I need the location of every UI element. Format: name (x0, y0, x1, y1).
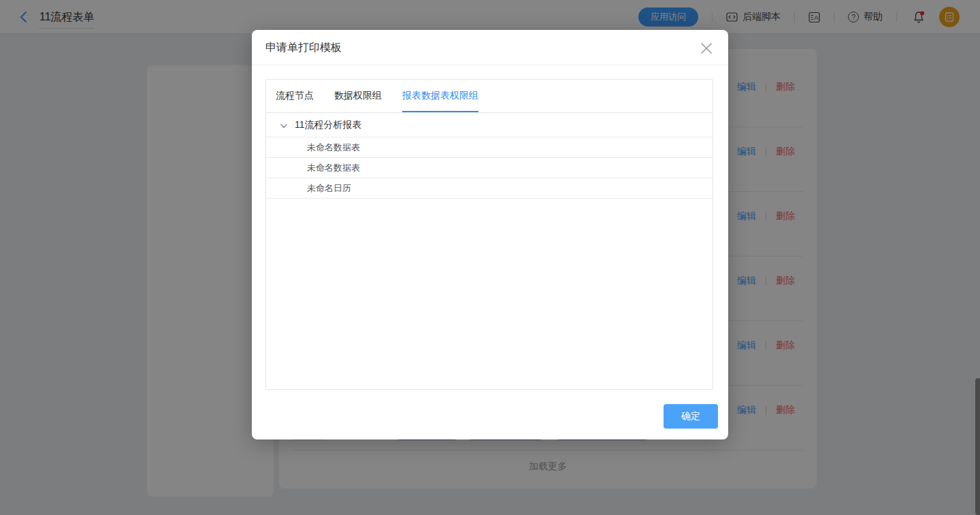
confirm-button[interactable]: 确定 (664, 404, 718, 429)
tab-data-permission-group[interactable]: 数据权限组 (334, 80, 382, 112)
chevron-down-icon[interactable] (280, 121, 288, 129)
tree-leaf-label: 未命名数据表 (307, 162, 360, 174)
tabs-bar: 流程节点 数据权限组 报表数据表权限组 (266, 80, 713, 113)
tab-process-nodes[interactable]: 流程节点 (276, 80, 314, 112)
tab-report-table-permission-group[interactable]: 报表数据表权限组 (402, 80, 478, 112)
dialog-header: 申请单打印模板 (252, 30, 728, 65)
close-icon[interactable] (700, 41, 713, 55)
tree-leaf-calendar[interactable]: 未命名日历 (266, 178, 713, 199)
app-window: 11流程表单 应用访问 后端脚本 A ? 帮助 (0, 0, 980, 515)
tree-leaf-datasheet-1[interactable]: 未命名数据表 (266, 137, 713, 158)
tree-leaf-datasheet-2[interactable]: 未命名数据表 (266, 158, 713, 178)
tree-node-report-root[interactable]: 11流程分析报表 (266, 113, 713, 137)
tree-node-label: 11流程分析报表 (295, 119, 362, 131)
permissions-panel: 流程节点 数据权限组 报表数据表权限组 11流程分析报表 未命名数据表 未命名数… (265, 79, 713, 390)
print-template-dialog: 申请单打印模板 流程节点 数据权限组 报表数据表权限组 11流程分析报表 未命名… (252, 30, 728, 439)
tree-leaf-label: 未命名数据表 (307, 142, 360, 154)
tree-leaf-label: 未命名日历 (307, 182, 351, 195)
dialog-title: 申请单打印模板 (265, 30, 342, 65)
